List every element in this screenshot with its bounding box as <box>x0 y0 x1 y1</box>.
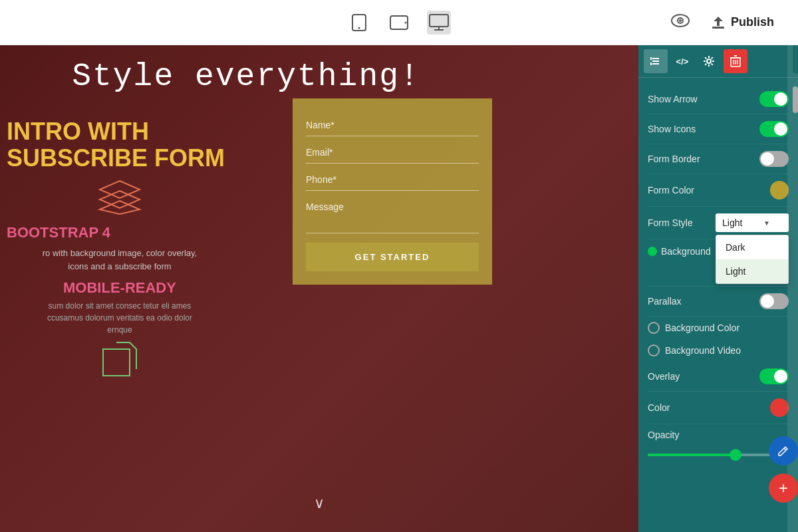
mobile-view-button[interactable] <box>347 11 371 35</box>
subscribe-form: Name* Email* Phone* Message GET STARTED <box>293 98 492 285</box>
svg-line-25 <box>784 448 786 450</box>
sort-button[interactable] <box>644 49 668 73</box>
publish-label: Publish <box>731 15 774 29</box>
scroll-down-chevron[interactable]: ∨ <box>314 495 325 512</box>
form-style-label: Form Style <box>648 217 693 228</box>
message-field[interactable]: Message <box>306 194 479 233</box>
slider-fill <box>648 454 732 456</box>
bg-color-row: Background Color <box>648 317 789 339</box>
form-style-selected[interactable]: Light ▼ <box>716 213 789 232</box>
tablet-view-button[interactable] <box>387 11 411 35</box>
slider-thumb[interactable] <box>730 449 741 461</box>
panel-scroll[interactable]: Show Arrow Show Icons Form Border Form C… <box>638 78 798 532</box>
slider-track <box>648 454 789 456</box>
color-row: Color <box>648 392 789 424</box>
bg-video-radio[interactable] <box>648 344 660 356</box>
scrollbar-thumb <box>793 86 798 113</box>
opacity-slider[interactable] <box>648 443 789 462</box>
parallax-label: Parallax <box>648 296 682 307</box>
form-style-row: Form Style Light ▼ Dark Light <box>648 207 789 239</box>
show-icons-row: Show Icons <box>648 114 789 144</box>
overlay-toggle[interactable] <box>759 368 789 384</box>
chevron-down-icon: ▼ <box>763 219 770 227</box>
device-switcher <box>347 11 451 35</box>
background-label: Background <box>661 246 711 257</box>
panel-scrollbar[interactable] <box>793 73 798 532</box>
show-arrow-toggle[interactable] <box>759 91 789 107</box>
main-area: Style everything! INTRO WITH SUBSCRIBE F… <box>0 45 798 532</box>
svg-rect-14 <box>103 349 130 376</box>
form-border-row: Form Border <box>648 144 789 174</box>
form-style-dropdown[interactable]: Light ▼ Dark Light <box>716 213 789 232</box>
publish-button[interactable]: Publish <box>700 10 785 35</box>
show-arrow-row: Show Arrow <box>648 84 789 114</box>
color-label: Color <box>648 402 670 413</box>
intro-title: INTRO WITH SUBSCRIBE FORM <box>7 118 233 171</box>
parallax-row: Parallax <box>648 287 789 317</box>
form-color-swatch[interactable] <box>770 181 789 200</box>
phone-field[interactable]: Phone* <box>306 166 479 191</box>
form-color-row: Form Color <box>648 174 789 207</box>
side-panel: </> Sho <box>638 45 798 532</box>
bg-color-radio[interactable] <box>648 322 660 334</box>
add-icon: + <box>779 480 788 496</box>
hero-title: Style everything! <box>0 59 492 94</box>
overlay-color-swatch[interactable] <box>770 398 789 417</box>
opacity-label: Opacity <box>648 424 789 443</box>
settings-button[interactable] <box>697 49 721 73</box>
bg-color-label: Background Color <box>665 323 739 333</box>
code-button[interactable]: </> <box>670 49 694 73</box>
panel-toolbar: </> <box>638 45 798 78</box>
delete-button[interactable] <box>724 49 747 73</box>
description-text: ro with background image, color overlay,… <box>7 247 233 273</box>
lorem-text: sum dolor sit amet consec tetur eli ames… <box>7 300 233 336</box>
svg-point-1 <box>358 27 360 29</box>
background-radio-area: Background <box>648 246 711 257</box>
svg-point-18 <box>707 59 711 63</box>
show-icons-label: Show Icons <box>648 124 696 134</box>
svg-point-3 <box>405 21 407 23</box>
show-icons-toggle[interactable] <box>759 121 789 137</box>
top-bar: Publish <box>0 0 798 45</box>
overlay-label: Overlay <box>648 371 680 382</box>
stack-icon-area <box>7 178 233 217</box>
svg-rect-4 <box>430 15 448 27</box>
background-radio[interactable] <box>648 247 657 256</box>
bg-video-row: Background Video <box>648 339 789 362</box>
form-style-dropdown-popup: Dark Light <box>716 235 789 284</box>
top-bar-right: Publish <box>671 10 785 35</box>
edit-fab-button[interactable] <box>769 436 798 466</box>
overlay-row: Overlay <box>648 362 789 392</box>
form-border-toggle[interactable] <box>759 151 789 167</box>
opacity-row: Opacity <box>648 424 789 462</box>
form-color-label: Form Color <box>648 185 694 196</box>
svg-marker-12 <box>100 191 140 208</box>
show-arrow-label: Show Arrow <box>648 94 698 104</box>
canvas: Style everything! INTRO WITH SUBSCRIBE F… <box>0 45 638 532</box>
box-icon <box>96 336 143 382</box>
box-icon-area <box>7 336 233 382</box>
form-style-value: Light <box>722 217 742 228</box>
preview-icon[interactable] <box>671 14 690 31</box>
canvas-left-content: INTRO WITH SUBSCRIBE FORM BOOTSTRAP 4 ro… <box>7 118 233 382</box>
get-started-button[interactable]: GET STARTED <box>306 243 479 271</box>
parallax-toggle[interactable] <box>759 293 789 309</box>
desktop-view-button[interactable] <box>427 11 451 35</box>
svg-point-9 <box>679 19 682 22</box>
dropdown-option-light[interactable]: Light <box>716 259 788 283</box>
email-field[interactable]: Email* <box>306 139 479 164</box>
mobile-ready-label: MOBILE-READY <box>7 279 233 297</box>
name-field[interactable]: Name* <box>306 112 479 136</box>
dropdown-option-dark[interactable]: Dark <box>716 235 788 259</box>
stack-icon <box>93 178 146 217</box>
bootstrap-label: BOOTSTRAP 4 <box>7 224 233 241</box>
bg-video-label: Background Video <box>665 345 741 356</box>
svg-rect-10 <box>712 27 724 29</box>
svg-marker-11 <box>100 181 140 198</box>
add-fab-button[interactable]: + <box>769 473 798 503</box>
form-border-label: Form Border <box>648 154 700 164</box>
